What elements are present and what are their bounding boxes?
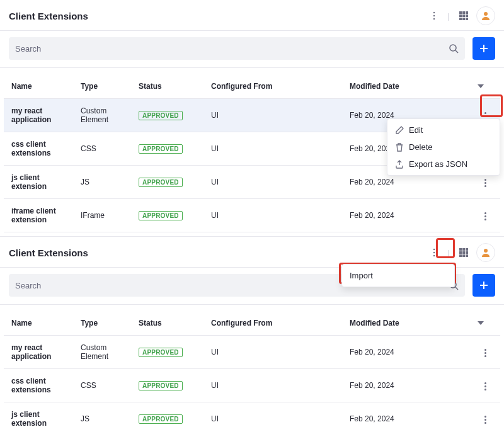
cell-configured-from: UI — [203, 132, 342, 166]
add-button[interactable] — [472, 37, 495, 60]
svg-rect-24 — [462, 251, 465, 254]
edit-menu-item[interactable]: Edit — [387, 122, 500, 139]
cell-name: css client extensions — [4, 132, 73, 166]
svg-point-18 — [433, 252, 434, 253]
menu-label: Edit — [409, 125, 423, 135]
view-grid-button[interactable] — [455, 7, 472, 25]
col-status[interactable]: Status — [131, 74, 203, 99]
cell-name: js client extension — [4, 402, 73, 428]
row-actions[interactable] — [470, 199, 500, 232]
extensions-table: Name Type Status Configured From Modifie… — [4, 311, 500, 427]
row-actions[interactable] — [470, 369, 500, 402]
table-header-row: Name Type Status Configured From Modifie… — [4, 74, 500, 99]
cell-name: iframe client extension — [4, 199, 73, 232]
delete-menu-item[interactable]: Delete — [387, 139, 500, 156]
plus-icon — [479, 43, 489, 54]
svg-rect-8 — [466, 14, 468, 17]
cell-type: Custom Element — [73, 99, 131, 132]
more-options-button[interactable] — [425, 244, 443, 261]
search-box[interactable] — [9, 37, 465, 60]
page-title: Client Extensions — [9, 248, 425, 258]
search-row: Import — [0, 268, 504, 305]
kebab-icon — [481, 175, 490, 191]
menu-label: Delete — [409, 142, 433, 152]
export-icon — [395, 160, 404, 169]
view-grid-button[interactable] — [455, 244, 472, 261]
table-row[interactable]: css client extensions CSS APPROVED UI Fe… — [4, 369, 500, 402]
svg-rect-25 — [466, 251, 468, 254]
table-row[interactable]: my react application Custom Element APPR… — [4, 336, 500, 369]
row-action-menu: Edit Delete Export as JSON — [387, 118, 500, 176]
cell-modified-date: Feb 20, 2024 — [342, 336, 470, 369]
row-actions[interactable] — [470, 402, 500, 428]
cell-name: css client extensions — [4, 369, 73, 402]
user-icon — [481, 11, 491, 21]
cell-configured-from: UI — [203, 99, 342, 132]
search-input[interactable] — [15, 44, 449, 54]
col-status[interactable]: Status — [131, 311, 203, 336]
grid-icon — [459, 11, 468, 20]
table-header-row: Name Type Status Configured From Modifie… — [4, 311, 500, 336]
svg-rect-7 — [462, 14, 465, 17]
kebab-icon — [481, 208, 490, 224]
cell-modified-date: Feb 20, 2024 — [342, 199, 470, 232]
menu-label: Export as JSON — [409, 159, 467, 169]
svg-rect-9 — [459, 18, 462, 20]
cell-modified-date: Feb 20, 2024 — [342, 369, 470, 402]
row-actions[interactable] — [470, 336, 500, 369]
kebab-icon — [481, 345, 490, 361]
kebab-icon — [430, 248, 438, 257]
cell-name: js client extension — [4, 166, 73, 199]
export-json-menu-item[interactable]: Export as JSON — [387, 156, 500, 173]
top-header: Client Extensions | — [0, 0, 504, 31]
user-avatar[interactable] — [476, 6, 495, 25]
divider: | — [447, 11, 451, 21]
import-menu-item[interactable]: Import — [342, 267, 454, 284]
search-icon — [449, 43, 459, 54]
col-name[interactable]: Name — [4, 311, 73, 336]
svg-rect-26 — [459, 254, 462, 257]
status-badge: APPROVED — [139, 111, 183, 120]
svg-line-31 — [455, 287, 458, 290]
status-badge: APPROVED — [139, 211, 183, 220]
col-configured-from[interactable]: Configured From — [203, 74, 342, 99]
cell-status: APPROVED — [131, 402, 203, 428]
cell-configured-from: UI — [203, 166, 342, 199]
status-badge: APPROVED — [139, 381, 183, 390]
svg-point-19 — [433, 255, 434, 256]
cell-type: IFrame — [73, 199, 131, 232]
page-title: Client Extensions — [9, 11, 425, 21]
svg-point-13 — [450, 45, 456, 51]
user-avatar[interactable] — [476, 243, 495, 262]
grid-icon — [459, 248, 468, 257]
status-badge: APPROVED — [139, 178, 183, 187]
svg-rect-23 — [459, 251, 462, 254]
header-actions: | — [425, 6, 495, 25]
cell-type: Custom Element — [73, 336, 131, 369]
cell-type: JS — [73, 166, 131, 199]
cell-status: APPROVED — [131, 199, 203, 232]
col-actions[interactable] — [470, 311, 500, 336]
svg-point-17 — [433, 249, 434, 250]
col-modified-date[interactable]: Modified Date — [342, 311, 470, 336]
table-row[interactable]: js client extension JS APPROVED UI Feb 2… — [4, 402, 500, 428]
col-type[interactable]: Type — [73, 311, 131, 336]
col-name[interactable]: Name — [4, 74, 73, 99]
more-options-button[interactable] — [425, 7, 443, 25]
col-type[interactable]: Type — [73, 74, 131, 99]
cell-status: APPROVED — [131, 99, 203, 132]
svg-point-29 — [484, 249, 488, 253]
top-panel: Client Extensions | Name — [0, 0, 504, 237]
svg-point-2 — [433, 18, 434, 20]
status-badge: APPROVED — [139, 414, 183, 424]
col-configured-from[interactable]: Configured From — [203, 311, 342, 336]
col-actions[interactable] — [470, 74, 500, 99]
svg-rect-22 — [466, 248, 468, 251]
add-button[interactable] — [472, 274, 495, 297]
pencil-icon — [395, 126, 404, 135]
svg-rect-10 — [462, 18, 465, 20]
cell-configured-from: UI — [203, 199, 342, 232]
col-modified-date[interactable]: Modified Date — [342, 74, 470, 99]
svg-rect-28 — [466, 254, 468, 257]
table-row[interactable]: iframe client extension IFrame APPROVED … — [4, 199, 500, 232]
